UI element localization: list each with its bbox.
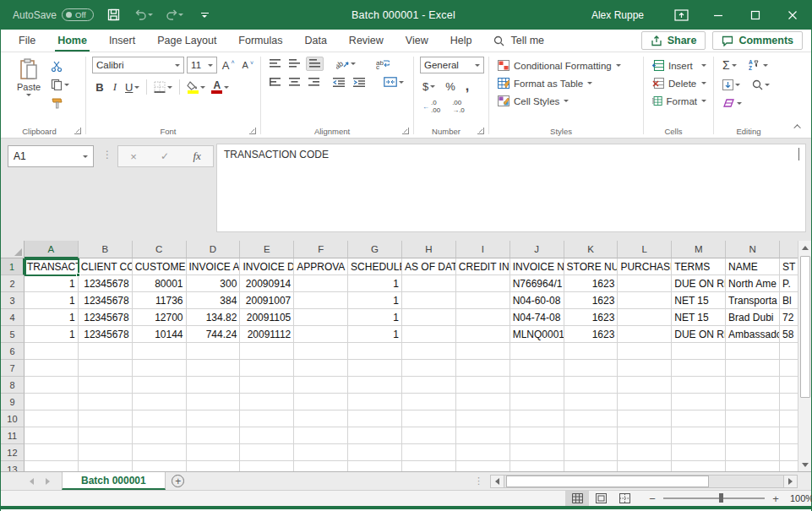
tab-help[interactable]: Help	[439, 30, 483, 52]
cell-D6[interactable]	[187, 343, 241, 360]
cell-C5[interactable]: 10144	[133, 326, 187, 343]
cell-J13[interactable]	[510, 461, 564, 471]
vertical-scrollbar[interactable]	[798, 241, 811, 471]
cell-F9[interactable]	[294, 394, 348, 410]
row-header-11[interactable]: 11	[1, 427, 25, 444]
cell-A5[interactable]: 1	[25, 326, 79, 343]
cell-L1[interactable]: PURCHASE	[618, 258, 672, 275]
autosave-toggle[interactable]: AutoSave Off	[13, 8, 94, 21]
row-header-9[interactable]: 9	[1, 394, 25, 410]
horizontal-scroll-track[interactable]	[504, 475, 783, 488]
cell-H9[interactable]	[402, 394, 456, 410]
bold-button[interactable]: B	[92, 79, 107, 95]
cell-G8[interactable]	[348, 377, 402, 394]
column-header-G[interactable]: G	[348, 241, 402, 258]
cell-H3[interactable]	[402, 292, 456, 309]
cell-E3[interactable]: 20091007	[240, 292, 294, 309]
cell-K8[interactable]	[564, 377, 619, 394]
previous-sheet-button[interactable]	[30, 478, 34, 485]
tab-view[interactable]: View	[395, 30, 439, 52]
cell-J2[interactable]: N766964/1	[510, 275, 564, 292]
ribbon-display-options-button[interactable]	[662, 0, 700, 30]
cell-G11[interactable]	[348, 427, 402, 444]
cell-E7[interactable]	[240, 360, 294, 377]
column-header-L[interactable]: L	[618, 241, 672, 258]
cell-L11[interactable]	[618, 427, 672, 444]
cell-A8[interactable]	[25, 377, 79, 394]
cell-C7[interactable]	[133, 360, 187, 377]
column-header-M[interactable]: M	[672, 241, 726, 258]
fill-button[interactable]	[720, 78, 743, 92]
cancel-entry-button[interactable]: ×	[130, 150, 137, 163]
zoom-slider-thumb[interactable]	[719, 493, 723, 503]
decrease-decimal-button[interactable]: .00→.0	[450, 97, 467, 116]
column-header-H[interactable]: H	[402, 241, 456, 258]
align-top-button[interactable]	[267, 57, 283, 70]
cell-F8[interactable]	[294, 377, 348, 394]
cell-K5[interactable]: 1623	[564, 326, 619, 343]
autosum-button[interactable]: Σ	[720, 57, 739, 73]
cell-J3[interactable]: N04-60-08	[510, 292, 564, 309]
cell-G3[interactable]: 1	[348, 292, 402, 309]
italic-button[interactable]: I	[108, 79, 122, 95]
cell-G12[interactable]	[348, 444, 402, 461]
save-button[interactable]	[102, 5, 124, 25]
cell-I12[interactable]	[456, 444, 510, 461]
cell-N13[interactable]	[726, 461, 780, 471]
cell-B8[interactable]	[79, 377, 133, 394]
cell-J1[interactable]: INVOICE N	[510, 258, 564, 275]
cell-F11[interactable]	[294, 427, 348, 444]
tab-split-handle[interactable]: ⋮	[474, 476, 483, 487]
clear-button[interactable]	[720, 96, 744, 110]
new-sheet-button[interactable]: +	[166, 472, 191, 490]
format-cells-button[interactable]: Format	[650, 92, 709, 110]
cell-I13[interactable]	[456, 461, 510, 471]
cell-N3[interactable]: Transporta	[726, 292, 780, 309]
clipboard-dialog-launcher[interactable]	[74, 128, 81, 134]
cell-D5[interactable]: 744.24	[187, 326, 241, 343]
cell-I2[interactable]	[456, 275, 510, 292]
column-header-N[interactable]: N	[726, 241, 780, 258]
row-header-10[interactable]: 10	[1, 410, 25, 427]
cell-N2[interactable]: North Ame	[726, 275, 780, 292]
cell-O4[interactable]: 72	[780, 309, 798, 326]
cell-A2[interactable]: 1	[25, 275, 79, 292]
cell-N10[interactable]	[726, 410, 780, 427]
cell-K13[interactable]	[564, 461, 619, 471]
cell-C11[interactable]	[133, 427, 187, 444]
insert-cells-button[interactable]: Insert	[650, 57, 709, 74]
cell-C9[interactable]	[133, 394, 187, 410]
cell-N11[interactable]	[726, 427, 780, 444]
cell-B5[interactable]: 12345678	[79, 326, 133, 343]
increase-indent-button[interactable]	[351, 76, 368, 89]
merge-center-button[interactable]	[381, 75, 406, 89]
cell-C4[interactable]: 12700	[133, 309, 187, 326]
format-as-table-button[interactable]: Format as Table	[495, 74, 639, 92]
orientation-button[interactable]: ab	[334, 57, 358, 71]
cell-D1[interactable]: INVOICE A	[187, 258, 241, 275]
cell-G7[interactable]	[348, 360, 402, 377]
cell-D2[interactable]: 300	[187, 275, 241, 292]
cell-J7[interactable]	[510, 360, 564, 377]
cell-I11[interactable]	[456, 427, 510, 444]
cell-B2[interactable]: 12345678	[79, 275, 133, 292]
cell-O3[interactable]: Bl	[780, 292, 798, 309]
cell-B7[interactable]	[79, 360, 133, 377]
cell-H7[interactable]	[402, 360, 456, 377]
next-sheet-button[interactable]	[46, 478, 50, 485]
column-header-J[interactable]: J	[510, 241, 564, 258]
cell-F3[interactable]	[294, 292, 348, 309]
cell-M12[interactable]	[672, 444, 726, 461]
cell-B11[interactable]	[79, 427, 133, 444]
cell-M5[interactable]: DUE ON RE	[672, 326, 726, 343]
cell-E10[interactable]	[240, 410, 294, 427]
cell-B6[interactable]	[79, 343, 133, 360]
cell-M7[interactable]	[672, 360, 726, 377]
row-header-1[interactable]: 1	[1, 258, 25, 275]
cell-K6[interactable]	[564, 343, 619, 360]
column-header-E[interactable]: E	[240, 241, 294, 258]
cell-L12[interactable]	[618, 444, 672, 461]
cell-H2[interactable]	[402, 275, 456, 292]
cut-button[interactable]	[48, 59, 72, 73]
cell-I9[interactable]	[456, 394, 510, 410]
